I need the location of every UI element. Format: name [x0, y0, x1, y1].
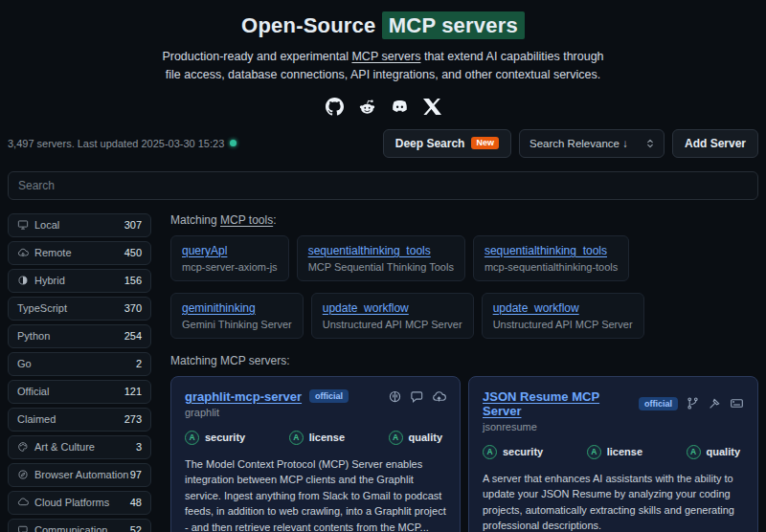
tool-name-link[interactable]: queryApl — [182, 244, 278, 257]
discord-link[interactable] — [391, 98, 409, 116]
tool-card[interactable]: sequentialthinking_toolsmcp-sequentialth… — [473, 235, 629, 281]
sidebar-item-label: Local — [34, 218, 59, 232]
results-area: Matching MCP tools: queryAplmcp-server-a… — [170, 213, 758, 532]
reddit-link[interactable] — [358, 98, 376, 116]
compass-icon — [17, 469, 29, 480]
sidebar-item-python[interactable]: Python254 — [8, 324, 151, 348]
git-branch-icon[interactable] — [686, 396, 700, 410]
sidebar-item-cloud-platforms[interactable]: Cloud Platforms48 — [8, 491, 151, 515]
sidebar-item-count: 2 — [136, 358, 142, 369]
sidebar-item-remote[interactable]: Remote450 — [8, 241, 151, 265]
score-label: license — [309, 432, 345, 443]
tool-subtitle: Unstructured API MCP Server — [323, 319, 462, 330]
sidebar-item-count: 3 — [136, 441, 142, 453]
sidebar-item-count: 156 — [124, 275, 142, 286]
filter-sidebar: Local307 Remote450 Hybrid156 TypeScript3… — [8, 213, 151, 532]
heading-text: : — [273, 213, 276, 227]
sidebar-item-count: 97 — [130, 469, 142, 480]
sort-select[interactable]: Search Relevance ↓ — [519, 129, 665, 158]
palette-icon — [17, 441, 29, 453]
sidebar-item-communication[interactable]: Communication52 — [8, 519, 151, 532]
deep-search-label: Deep Search — [395, 137, 465, 150]
mcp-tools-link[interactable]: MCP tools — [220, 213, 273, 227]
github-link[interactable] — [326, 98, 344, 116]
sidebar-item-label: Official — [17, 385, 49, 398]
sidebar-item-label: Art & Culture — [34, 440, 95, 454]
sort-selected-value: Search Relevance ↓ — [529, 138, 628, 149]
tool-name-link[interactable]: update_workflow — [323, 301, 462, 315]
server-stats: 3,497 servers. Last updated 2025-03-30 1… — [8, 138, 237, 149]
server-title-link[interactable]: graphlit-mcp-server — [185, 389, 302, 404]
server-owner: graphlit — [185, 407, 446, 418]
subtitle-text: Production-ready and experimental — [162, 50, 351, 63]
server-drive-icon[interactable] — [730, 396, 744, 410]
grade-badge: A — [185, 431, 199, 445]
sidebar-item-local[interactable]: Local307 — [8, 213, 151, 237]
server-description: The Model Context Protocol (MCP) Server … — [185, 456, 446, 532]
x-link[interactable] — [423, 98, 441, 116]
sidebar-item-count: 121 — [124, 386, 142, 397]
discord-icon — [391, 98, 409, 116]
grade-badge: A — [687, 445, 701, 459]
tool-card[interactable]: sequentialthinking_toolsMCP Sequential T… — [297, 235, 465, 281]
sidebar-item-go[interactable]: Go2 — [8, 352, 151, 376]
sidebar-item-claimed[interactable]: Claimed273 — [8, 408, 151, 432]
sidebar-item-count: 307 — [124, 219, 142, 231]
brain-icon[interactable] — [388, 389, 402, 404]
hammer-icon[interactable] — [708, 396, 722, 410]
tool-name-link[interactable]: sequentialthinking_tools — [484, 244, 618, 257]
sidebar-item-art-culture[interactable]: Art & Culture3 — [8, 435, 151, 459]
computer-icon — [17, 219, 29, 231]
page-subtitle: Production-ready and experimental MCP se… — [158, 48, 608, 85]
stats-text: 3,497 servers. Last updated 2025-03-30 1… — [8, 138, 224, 149]
sidebar-item-label: Go — [17, 357, 32, 370]
x-icon — [423, 98, 441, 116]
tools-grid: queryAplmcp-server-axiom-js sequentialth… — [170, 235, 758, 339]
github-icon — [326, 98, 344, 116]
score-label: quality — [409, 432, 442, 443]
tool-subtitle: mcp-server-axiom-js — [182, 261, 278, 273]
sidebar-item-label: Cloud Platforms — [34, 496, 109, 509]
sidebar-item-count: 254 — [124, 330, 142, 342]
main-layout: Local307 Remote450 Hybrid156 TypeScript3… — [8, 213, 758, 532]
sidebar-item-count: 450 — [124, 247, 142, 258]
title-highlight: MCP servers — [382, 11, 525, 39]
online-status-dot — [230, 140, 237, 146]
page-header: Open-Source MCP servers Production-ready… — [8, 0, 758, 116]
chevron-updown-icon — [644, 138, 656, 149]
sidebar-item-browser-automation[interactable]: Browser Automation97 — [8, 463, 151, 487]
sidebar-item-count: 370 — [124, 302, 142, 314]
tool-card[interactable]: update_workflowUnstructured API MCP Serv… — [482, 293, 644, 339]
tool-card[interactable]: geminithinkingGemini Thinking Server — [170, 293, 304, 339]
title-prefix: Open-Source — [241, 13, 382, 37]
score-label: security — [503, 446, 543, 457]
chat-bubble-icon[interactable] — [410, 389, 424, 404]
search-input[interactable] — [8, 171, 758, 200]
sidebar-item-official[interactable]: Official121 — [8, 380, 151, 404]
deep-search-button[interactable]: Deep SearchNew — [383, 129, 511, 158]
tool-card[interactable]: update_workflowUnstructured API MCP Serv… — [311, 293, 474, 339]
tool-card[interactable]: queryAplmcp-server-axiom-js — [170, 235, 289, 281]
server-card[interactable]: graphlit-mcp-server official graphlit As… — [170, 376, 461, 532]
security-score: Asecurity — [483, 445, 543, 459]
official-badge: official — [639, 397, 678, 410]
sidebar-item-label: Hybrid — [34, 274, 65, 287]
sidebar-item-hybrid[interactable]: Hybrid156 — [8, 269, 151, 293]
tool-subtitle: MCP Sequential Thinking Tools — [308, 261, 454, 273]
server-card[interactable]: JSON Resume MCP Server official jsonresu… — [468, 376, 758, 532]
tool-name-link[interactable]: update_workflow — [493, 301, 633, 315]
toolbar: 3,497 servers. Last updated 2025-03-30 1… — [8, 129, 758, 158]
server-description: A server that enhances AI assistants wit… — [483, 471, 744, 532]
page: Open-Source MCP servers Production-ready… — [0, 0, 766, 532]
security-score: Asecurity — [185, 431, 245, 445]
tool-name-link[interactable]: geminithinking — [182, 301, 292, 315]
cloud-upload-icon[interactable] — [432, 389, 446, 404]
add-server-button[interactable]: Add Server — [672, 129, 758, 158]
tool-name-link[interactable]: sequentialthinking_tools — [308, 244, 454, 257]
sidebar-item-typescript[interactable]: TypeScript370 — [8, 297, 151, 321]
sidebar-item-label: Browser Automation — [34, 468, 128, 481]
sidebar-item-label: TypeScript — [17, 301, 67, 315]
server-title-link[interactable]: JSON Resume MCP Server — [483, 389, 631, 418]
mcp-servers-link[interactable]: MCP servers — [351, 50, 420, 63]
grade-badge: A — [389, 431, 403, 445]
